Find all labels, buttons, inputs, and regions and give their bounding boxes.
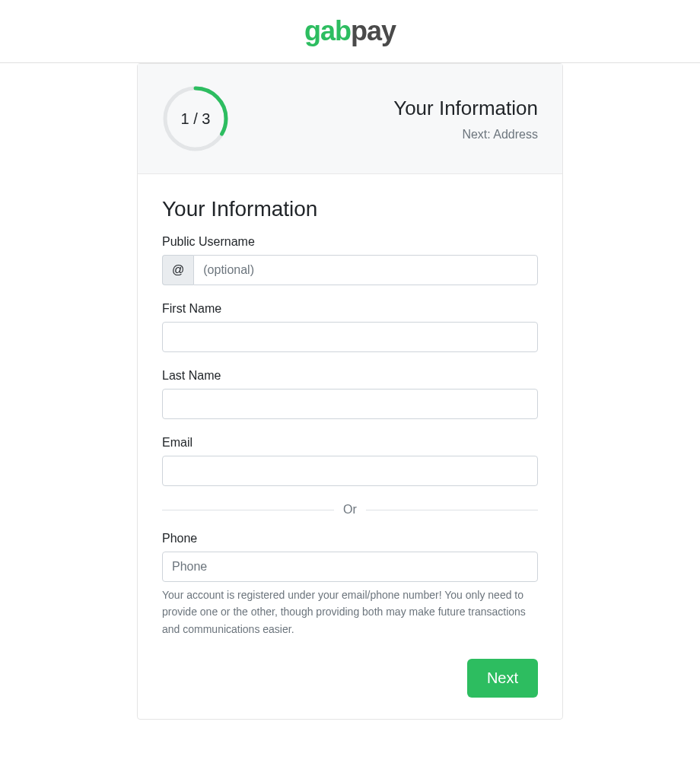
logo-part-pay: pay bbox=[351, 15, 396, 46]
username-label: Public Username bbox=[162, 235, 538, 249]
username-prefix: @ bbox=[162, 255, 193, 285]
email-group: Email bbox=[162, 436, 538, 486]
progress-circle: 1 / 3 bbox=[162, 85, 229, 152]
phone-label: Phone bbox=[162, 532, 538, 545]
help-text: Your account is registered under your em… bbox=[162, 587, 538, 638]
form-heading: Your Information bbox=[162, 197, 538, 221]
first-name-input[interactable] bbox=[162, 322, 538, 352]
username-input-group: @ bbox=[162, 255, 538, 285]
progress-step-text: 1 / 3 bbox=[162, 85, 229, 152]
last-name-group: Last Name bbox=[162, 369, 538, 419]
last-name-label: Last Name bbox=[162, 369, 538, 383]
phone-group: Phone Your account is registered under y… bbox=[162, 532, 538, 638]
signup-card: 1 / 3 Your Information Next: Address You… bbox=[137, 63, 563, 720]
progress-title: Your Information bbox=[393, 97, 538, 120]
or-divider: Or bbox=[162, 503, 538, 517]
email-label: Email bbox=[162, 436, 538, 450]
next-button[interactable]: Next bbox=[467, 659, 538, 698]
form-body: Your Information Public Username @ First… bbox=[138, 174, 562, 719]
username-group: Public Username @ bbox=[162, 235, 538, 285]
progress-next: Next: Address bbox=[393, 128, 538, 141]
username-input[interactable] bbox=[193, 255, 538, 285]
divider-line-right bbox=[366, 510, 538, 510]
progress-title-block: Your Information Next: Address bbox=[393, 97, 538, 141]
logo: gabpay bbox=[304, 15, 396, 47]
divider-line-left bbox=[162, 510, 334, 510]
divider-text: Or bbox=[334, 503, 366, 517]
first-name-label: First Name bbox=[162, 302, 538, 316]
app-header: gabpay bbox=[0, 0, 700, 63]
logo-part-gab: gab bbox=[304, 15, 351, 46]
email-input[interactable] bbox=[162, 456, 538, 486]
first-name-group: First Name bbox=[162, 302, 538, 352]
form-actions: Next bbox=[162, 659, 538, 698]
phone-input[interactable] bbox=[162, 552, 538, 582]
last-name-input[interactable] bbox=[162, 389, 538, 419]
progress-header: 1 / 3 Your Information Next: Address bbox=[138, 64, 562, 174]
